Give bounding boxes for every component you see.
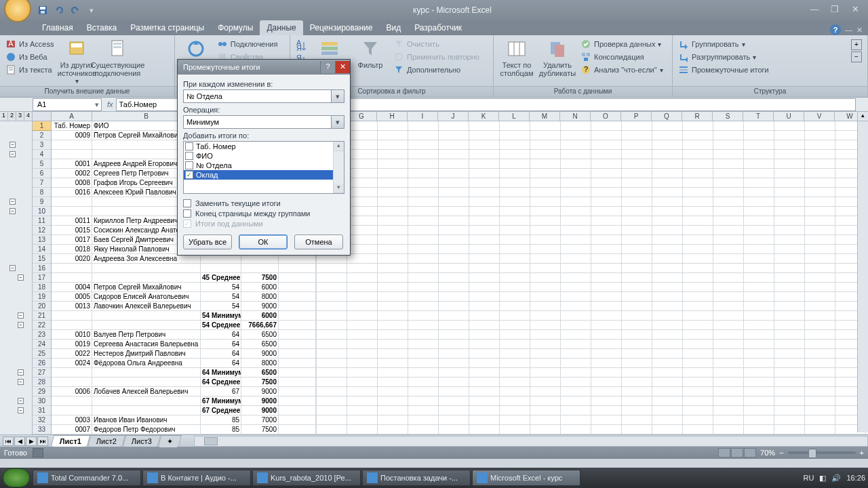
cell[interactable]: 9000 (241, 387, 279, 396)
cell[interactable]: 64 (201, 359, 241, 367)
tray-clock[interactable]: 16:26 (846, 474, 865, 482)
cell[interactable] (279, 264, 316, 272)
cell[interactable] (92, 378, 201, 386)
name-box[interactable]: A1 (33, 98, 102, 111)
row-header[interactable]: 9 (33, 197, 51, 207)
cell[interactable]: 0010 (52, 330, 92, 339)
cell[interactable]: 7500 (241, 273, 279, 282)
cell[interactable]: 54 (201, 283, 241, 291)
col-header[interactable]: S (713, 112, 743, 121)
zoom-level[interactable]: 70% (760, 449, 775, 457)
cell[interactable]: 0019 (52, 340, 92, 348)
cell[interactable]: Сидоров Елисей Анатольевич (92, 292, 201, 301)
checkbox[interactable] (185, 142, 193, 150)
vertical-scrollbar[interactable]: ▴ (857, 112, 868, 432)
row-header[interactable]: 16 (33, 264, 51, 273)
cell[interactable] (279, 396, 316, 405)
cell[interactable]: 6500 (241, 368, 279, 377)
cell[interactable]: 9000 (241, 396, 279, 405)
cell[interactable]: 85 (201, 425, 241, 434)
outline-level-3[interactable]: 3 (16, 112, 24, 121)
cell[interactable] (279, 321, 316, 329)
cell[interactable]: 64 (201, 340, 241, 348)
tab-insert[interactable]: Вставка (80, 20, 124, 35)
row-header[interactable]: 20 (33, 302, 51, 311)
cell[interactable] (52, 321, 92, 329)
new-sheet-tab[interactable]: ✦ (158, 435, 182, 447)
start-button[interactable] (3, 468, 30, 487)
cell[interactable] (279, 340, 316, 348)
col-header[interactable]: L (499, 112, 530, 121)
ungroup-button[interactable]: Разгруппировать ▾ (677, 51, 770, 63)
opt-pagebreak[interactable]: Конец страницы между группами (183, 209, 344, 218)
col-header[interactable]: G (347, 112, 377, 121)
cell[interactable]: 6500 (241, 330, 279, 339)
tab-next-icon[interactable]: ▶ (26, 436, 37, 446)
cell[interactable]: Фёдорова Ольга Андреевна (92, 359, 201, 367)
cell[interactable]: 0024 (52, 359, 92, 367)
row-header[interactable]: 12 (33, 226, 51, 235)
tab-last-icon[interactable]: ⏭ (37, 436, 48, 446)
ribbon-close-icon[interactable]: ✕ (856, 26, 863, 35)
cell[interactable]: Федоров Петр Федорович (92, 425, 201, 434)
col-header[interactable]: I (408, 112, 438, 121)
row-header[interactable]: 23 (33, 330, 51, 340)
cell[interactable] (201, 264, 241, 272)
cell[interactable]: Иванов Иван Иванович (92, 415, 201, 424)
office-button[interactable] (4, 0, 31, 22)
cell[interactable]: 67 (201, 387, 241, 396)
outline-level-2[interactable]: 2 (8, 112, 16, 121)
col-header[interactable]: Q (652, 112, 682, 121)
cell[interactable]: 67 Среднее (201, 406, 241, 415)
cell[interactable]: 0013 (52, 302, 92, 310)
row-header[interactable]: 7 (33, 178, 51, 188)
tray-icon[interactable]: ◧ (819, 474, 826, 483)
zoom-out-button[interactable]: − (779, 449, 783, 457)
col-header[interactable]: O (591, 112, 621, 121)
cell[interactable]: 9000 (241, 302, 279, 310)
cell[interactable]: 0020 (52, 254, 92, 263)
checkbox[interactable]: ✓ (185, 171, 193, 179)
cell[interactable] (279, 425, 316, 434)
col-header[interactable]: V (804, 112, 835, 121)
list-scrollbar[interactable]: ▴▾ (333, 142, 344, 193)
col-header[interactable]: P (621, 112, 652, 121)
cell[interactable]: Таб. Номер (52, 121, 92, 130)
zoom-slider[interactable] (788, 451, 856, 454)
tab-first-icon[interactable]: ⏮ (3, 436, 14, 446)
remove-duplicates-button[interactable]: Удалить дубликаты (538, 37, 576, 77)
qat-customize-icon[interactable]: ▾ (84, 3, 99, 18)
group-button[interactable]: Группировать ▾ (677, 38, 770, 50)
col-header[interactable]: J (438, 112, 469, 121)
cell[interactable]: 7500 (241, 378, 279, 386)
subtotal-button[interactable]: Промежуточные итоги (677, 64, 770, 76)
ok-button[interactable]: ОК (239, 235, 288, 249)
sort-az-button[interactable]: АЯ (294, 39, 308, 53)
col-header[interactable]: U (774, 112, 804, 121)
from-access-button[interactable]: AИз Access (4, 38, 55, 50)
cell[interactable] (279, 311, 316, 320)
cell[interactable]: 0001 (52, 159, 92, 168)
row-header[interactable]: 22 (33, 321, 51, 330)
cell[interactable]: 0002 (52, 169, 92, 178)
cell[interactable] (52, 406, 92, 415)
row-header[interactable]: 3 (33, 140, 51, 150)
what-if-button[interactable]: ?Анализ "что-если" ▾ (579, 64, 665, 76)
normal-view-button[interactable] (718, 448, 730, 458)
sheet-tab-1[interactable]: Лист1 (51, 435, 91, 447)
cell[interactable] (279, 292, 316, 301)
cell[interactable]: 9000 (241, 406, 279, 415)
sheet-tab-2[interactable]: Лист2 (87, 435, 126, 447)
row-header[interactable]: 27 (33, 368, 51, 378)
col-header[interactable]: R (682, 112, 713, 121)
row-header[interactable]: 30 (33, 396, 51, 406)
cell[interactable] (279, 283, 316, 291)
advanced-filter-button[interactable]: Дополнительно (392, 64, 481, 76)
cell[interactable]: Лобачев Алексей Валерьевич (92, 387, 201, 396)
cell[interactable]: Петров Сергей Михайлович (92, 283, 201, 291)
row-header[interactable]: 17 (33, 273, 51, 283)
opt-replace[interactable]: Заменить текущие итоги (183, 199, 344, 207)
col-header[interactable]: T (743, 112, 774, 121)
cell[interactable]: 54 (201, 302, 241, 310)
cell[interactable] (92, 368, 201, 377)
